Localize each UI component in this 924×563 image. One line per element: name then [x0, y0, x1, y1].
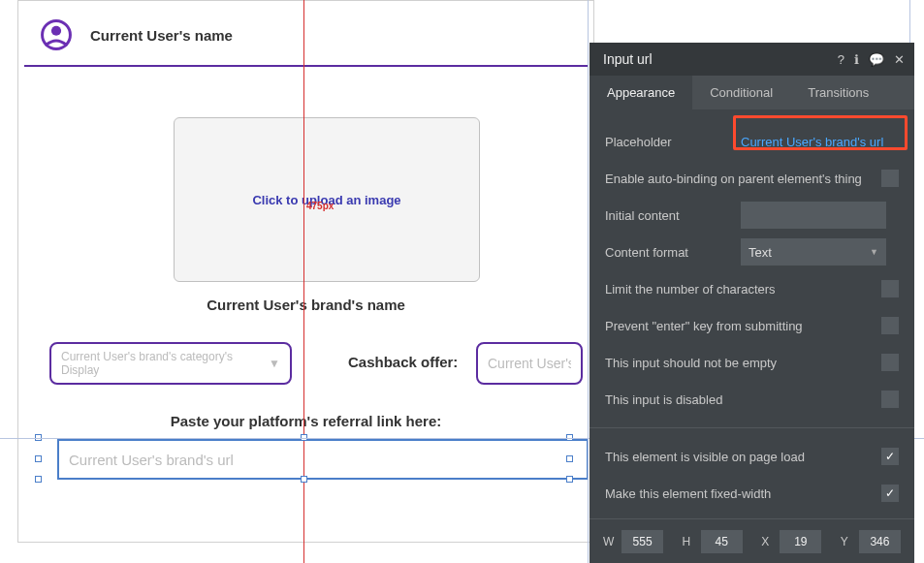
resize-handle[interactable] — [301, 476, 307, 483]
svg-point-1 — [51, 26, 61, 36]
placeholder-label: Placeholder — [605, 135, 741, 149]
dimension-label: 475px — [306, 201, 334, 211]
tab-transitions[interactable]: Transitions — [790, 76, 886, 109]
category-placeholder: Current User's brand's category's Displa… — [61, 350, 269, 377]
content-format-value: Text — [749, 245, 772, 260]
cashback-input[interactable]: Current User's — [476, 342, 583, 385]
cashback-label: Cashback offer: — [348, 354, 458, 370]
image-uploader[interactable]: Click to upload an image — [174, 117, 480, 282]
dim-y-label: Y — [841, 535, 853, 548]
chevron-down-icon: ▼ — [269, 357, 280, 370]
header-row: Current User's name — [18, 1, 593, 65]
prop-disabled: This input is disabled — [605, 381, 899, 418]
not-empty-label: This input should not be empty — [605, 356, 881, 370]
prevent-enter-label: Prevent "enter" key from submitting — [605, 319, 881, 333]
panel-tabs: Appearance Conditional Transitions — [589, 76, 914, 109]
prop-fixed-width: Make this element fixed-width — [605, 475, 899, 512]
resize-handle[interactable] — [35, 476, 42, 483]
visible-on-load-checkbox[interactable] — [881, 448, 899, 465]
prop-content-format: Content format Text ▼ — [605, 234, 899, 270]
prop-placeholder: Placeholder Current User's brand's url — [605, 123, 899, 160]
prop-initial-content: Initial content — [605, 197, 899, 234]
placeholder-value[interactable]: Current User's brand's url — [741, 135, 883, 149]
auto-binding-checkbox[interactable] — [881, 170, 899, 187]
cashback-placeholder: Current User's — [488, 356, 571, 371]
chevron-down-icon: ▼ — [870, 247, 878, 257]
url-input[interactable]: Current User's brand's url — [57, 439, 589, 480]
property-panel: Input url ? ℹ 💬 ✕ Appearance Conditional… — [589, 43, 914, 563]
vertical-guide — [588, 0, 589, 563]
dim-h-label: H — [683, 535, 695, 548]
tab-appearance[interactable]: Appearance — [589, 76, 692, 109]
panel-title: Input url — [603, 51, 653, 67]
panel-header[interactable]: Input url ? ℹ 💬 ✕ — [589, 43, 914, 76]
initial-content-input[interactable] — [741, 202, 886, 229]
dim-w-label: W — [603, 535, 616, 548]
dim-h-value[interactable]: 45 — [701, 530, 743, 553]
dim-x-value[interactable]: 19 — [780, 530, 821, 553]
close-icon[interactable]: ✕ — [894, 52, 905, 67]
resize-handle[interactable] — [566, 476, 573, 483]
prop-visible-on-load: This element is visible on page load — [605, 438, 899, 475]
prop-limit-chars: Limit the number of characters — [605, 270, 899, 307]
content-format-label: Content format — [605, 245, 741, 260]
dim-y-value[interactable]: 346 — [859, 530, 901, 553]
paste-label: Paste your platform's referral link here… — [18, 413, 593, 429]
info-icon[interactable]: ℹ — [854, 52, 859, 67]
dim-w-value[interactable]: 555 — [621, 530, 663, 553]
panel-divider — [589, 427, 914, 428]
category-select[interactable]: Current User's brand's category's Displa… — [49, 342, 292, 385]
prop-prevent-enter: Prevent "enter" key from submitting — [605, 307, 899, 344]
tab-conditional[interactable]: Conditional — [692, 76, 790, 109]
content-format-select[interactable]: Text ▼ — [741, 238, 886, 266]
resize-handle[interactable] — [566, 455, 573, 462]
header-divider — [24, 65, 588, 67]
help-icon[interactable]: ? — [838, 52, 844, 67]
dimensions-bar: W 555 H 45 X 19 Y 346 — [589, 518, 914, 563]
editor-canvas[interactable]: Current User's name Click to upload an i… — [0, 0, 596, 563]
disabled-label: This input is disabled — [605, 392, 881, 407]
fixed-width-label: Make this element fixed-width — [605, 486, 881, 501]
resize-handle[interactable] — [35, 455, 42, 462]
fixed-width-checkbox[interactable] — [881, 485, 899, 502]
dim-x-label: X — [761, 535, 774, 548]
limit-chars-checkbox[interactable] — [881, 280, 899, 297]
panel-body: Placeholder Current User's brand's url E… — [589, 109, 914, 512]
comment-icon[interactable]: 💬 — [869, 52, 884, 67]
limit-chars-label: Limit the number of characters — [605, 282, 881, 297]
prop-not-empty: This input should not be empty — [605, 344, 899, 381]
avatar-icon — [40, 18, 73, 51]
not-empty-checkbox[interactable] — [881, 354, 899, 371]
url-placeholder: Current User's brand's url — [69, 452, 234, 468]
brand-name-label: Current User's brand's name — [18, 297, 593, 313]
visible-on-load-label: This element is visible on page load — [605, 450, 881, 464]
auto-binding-label: Enable auto-binding on parent element's … — [605, 172, 881, 186]
disabled-checkbox[interactable] — [881, 391, 899, 408]
form-card: Current User's name Click to upload an i… — [17, 0, 594, 543]
prop-auto-binding: Enable auto-binding on parent element's … — [605, 160, 899, 197]
prevent-enter-checkbox[interactable] — [881, 317, 899, 334]
username-label: Current User's name — [90, 27, 233, 44]
initial-content-label: Initial content — [605, 208, 741, 223]
